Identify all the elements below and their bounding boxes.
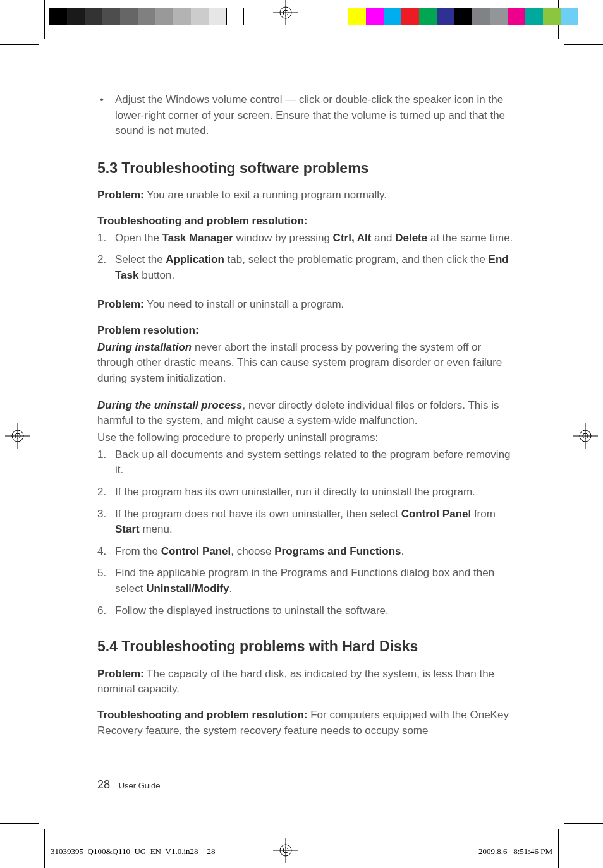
bold-text: Delete [395,232,427,244]
bullet-list: Adjust the Windows volume control — clic… [97,92,515,139]
list-item: Open the Task Manager window by pressing… [97,231,515,246]
problem-label: Problem: [97,668,144,680]
list-item: Follow the displayed instructions to uni… [97,603,515,619]
crop-mark [44,829,45,868]
registration-mark-icon [573,423,598,449]
text: If the program does not have its own uni… [115,508,401,520]
slug-filename: 31039395_Q100&Q110_UG_EN_V1.0.in28 [51,847,198,857]
crop-mark [0,823,39,824]
page-content: Adjust the Windows volume control — clic… [97,92,515,749]
slug-date: 2009.8.6 [478,847,508,856]
text: window by pressing [233,232,333,244]
paragraph: Use the following procedure to properly … [97,430,515,446]
troubleshooting-label: Troubleshooting and problem resolution: [97,709,307,721]
text: From the [115,545,161,557]
problem-label: Problem: [97,298,144,310]
bold-text: Ctrl, Alt [333,232,372,244]
ordered-list: Open the Task Manager window by pressing… [97,231,515,284]
printer-color-bars [0,8,603,38]
bold-text: Application [166,253,224,265]
emphasis-text: During installation [97,341,192,353]
problem-label: Problem: [97,189,144,201]
paragraph: During the uninstall process, never dire… [97,398,515,429]
paragraph: Troubleshooting and problem resolution: … [97,708,515,738]
text: from [471,508,496,520]
bold-text: Start [115,523,140,535]
list-item: Back up all documents and system setting… [97,447,515,478]
doc-title: User Guide [119,781,161,790]
text: Select the [115,253,166,265]
emphasis-text: During the uninstall process [97,399,243,411]
text: . [401,545,405,557]
list-item: If the program has its own uninstaller, … [97,485,515,500]
section-heading-5-3: 5.3 Troubleshooting software problems [97,158,515,179]
section-heading-5-4: 5.4 Troubleshooting problems with Hard D… [97,636,515,657]
crop-mark [564,44,603,45]
bold-text: Task Manager [162,232,233,244]
problem-statement: Problem: You need to install or uninstal… [97,297,515,313]
bold-text: Control Panel [161,545,231,557]
list-item: Select the Application tab, select the p… [97,252,515,283]
bold-text: Control Panel [401,508,472,520]
slug-signature: 28 [207,847,216,857]
text: tab, select the problematic program, and… [224,253,489,265]
slug-time: 8:51:46 PM [513,847,552,856]
resolution-label: Problem resolution: [97,323,515,339]
crop-mark [558,829,559,868]
text: button. [139,269,175,281]
registration-mark-icon [5,423,30,449]
page-number: 28 [97,778,110,791]
problem-text: You need to install or uninstall a progr… [144,298,344,310]
problem-statement: Problem: You are unable to exit a runnin… [97,188,515,203]
text: , choose [231,545,274,557]
list-item: If the program does not have its own uni… [97,507,515,538]
list-item: Adjust the Windows volume control — clic… [97,92,515,139]
crop-mark [0,44,39,45]
bold-text: Programs and Functions [274,545,401,557]
text: at the same time. [427,232,513,244]
troubleshooting-label: Troubleshooting and problem resolution: [97,214,515,229]
problem-text: You are unable to exit a running program… [144,189,387,201]
problem-text: The capacity of the hard disk, as indica… [97,668,494,696]
text: menu. [140,523,173,535]
list-item: From the Control Panel, choose Programs … [97,544,515,560]
paragraph: During installation never abort the inst… [97,340,515,387]
crop-mark [564,823,603,824]
problem-statement: Problem: The capacity of the hard disk, … [97,666,515,697]
page-footer: 28 User Guide [97,778,160,792]
text: and [371,232,395,244]
text: Open the [115,232,162,244]
registration-mark-icon [273,0,298,25]
print-slug-line: 31039395_Q100&Q110_UG_EN_V1.0.in28 28 20… [51,847,552,857]
bold-text: Uninstall/Modify [146,582,229,594]
text: . [229,582,232,594]
list-item: Find the applicable program in the Progr… [97,565,515,596]
ordered-list: Back up all documents and system setting… [97,447,515,619]
